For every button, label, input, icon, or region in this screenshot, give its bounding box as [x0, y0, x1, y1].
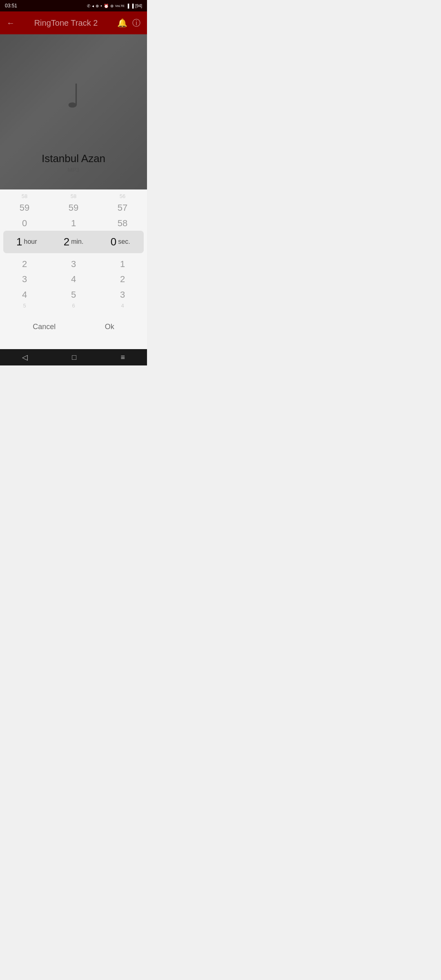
page-title: RingTone Track 2: [20, 18, 112, 28]
minute-below3[interactable]: 5: [49, 287, 98, 302]
second-below2[interactable]: 2: [98, 272, 147, 287]
minute-above0[interactable]: 1: [49, 216, 98, 231]
cancel-button[interactable]: Cancel: [24, 319, 64, 334]
signal2-icon: ▐: [131, 4, 134, 8]
location-icon: ◂: [92, 4, 94, 8]
ok-button[interactable]: Ok: [97, 319, 122, 334]
info-button[interactable]: ⓘ: [132, 18, 140, 29]
hour-col-below: 2 3 4 5: [0, 256, 49, 310]
alarm-icon: ⏰: [104, 4, 109, 8]
wechat-icon: ⊕: [96, 4, 99, 8]
album-art-area: ♩ Istanbul Azan MP3: [0, 34, 147, 189]
status-icons: ✆ ◂ ⊕ • ⏰ ⊛ VoLTE ▐ ▐ [94]: [87, 4, 142, 8]
song-title: Istanbul Azan: [42, 152, 105, 165]
music-note-icon: ♩: [66, 80, 81, 113]
second-below1[interactable]: 1: [98, 256, 147, 272]
second-above0[interactable]: 58: [98, 216, 147, 231]
minute-col-above: 58 59 1: [49, 193, 98, 231]
wifi-icon: ⊛: [110, 4, 114, 8]
minute-below2[interactable]: 4: [49, 272, 98, 287]
status-bar: 03:51 ✆ ◂ ⊕ • ⏰ ⊛ VoLTE ▐ ▐ [94]: [0, 0, 147, 11]
hour-col-above: 58 59 0: [0, 193, 49, 231]
hour-below2[interactable]: 3: [0, 272, 49, 287]
nav-bar: ◁ □ ≡: [0, 349, 147, 365]
second-above2[interactable]: 56: [98, 193, 147, 200]
bell-button[interactable]: 🔔: [117, 18, 127, 28]
hour-label: hour: [24, 238, 37, 245]
hour-below3[interactable]: 4: [0, 287, 49, 302]
app-bar: ← RingTone Track 2 🔔 ⓘ: [0, 11, 147, 34]
battery-icon: [94]: [135, 4, 142, 8]
status-time: 03:51: [5, 3, 17, 9]
hour-above1[interactable]: 59: [0, 200, 49, 215]
minute-selected-value: 2: [64, 236, 69, 248]
nav-home-icon[interactable]: □: [72, 353, 76, 362]
second-below3[interactable]: 3: [98, 287, 147, 302]
second-below4[interactable]: 4: [98, 302, 147, 310]
song-format: MP3: [68, 167, 80, 173]
hour-above2[interactable]: 58: [0, 193, 49, 200]
minute-label: min.: [71, 238, 83, 245]
second-label: sec.: [118, 238, 130, 245]
second-selected-value: 0: [111, 236, 116, 248]
dot-icon: •: [100, 4, 102, 8]
minute-below4[interactable]: 6: [49, 302, 98, 310]
picker-below-rows: 2 3 4 5 3 4 5 6 1 2 3 4: [0, 253, 147, 310]
hour-below1[interactable]: 2: [0, 256, 49, 272]
time-picker: 58 59 0 58 59 1 56 57 58 1 hour 2 min. 0…: [0, 189, 147, 349]
volte-icon: VoLTE: [115, 4, 125, 8]
second-selected-col: 0 sec.: [97, 236, 144, 248]
signal-icon: ▐: [126, 4, 129, 8]
picker-selected-row[interactable]: 1 hour 2 min. 0 sec.: [3, 231, 144, 253]
minute-below1[interactable]: 3: [49, 256, 98, 272]
picker-above-rows: 58 59 0 58 59 1 56 57 58: [0, 189, 147, 231]
hour-selected-value: 1: [16, 236, 22, 248]
nav-back-icon[interactable]: ◁: [22, 353, 28, 362]
picker-buttons: Cancel Ok: [0, 310, 147, 341]
hour-above0[interactable]: 0: [0, 216, 49, 231]
second-above1[interactable]: 57: [98, 200, 147, 215]
minute-above1[interactable]: 59: [49, 200, 98, 215]
minute-above2[interactable]: 58: [49, 193, 98, 200]
minute-col-below: 3 4 5 6: [49, 256, 98, 310]
second-col-above: 56 57 58: [98, 193, 147, 231]
whatsapp-icon: ✆: [87, 4, 90, 8]
second-col-below: 1 2 3 4: [98, 256, 147, 310]
minute-selected-col: 2 min.: [50, 236, 97, 248]
hour-selected-col: 1 hour: [3, 236, 50, 248]
back-button[interactable]: ←: [7, 18, 15, 28]
nav-menu-icon[interactable]: ≡: [120, 353, 125, 362]
hour-below4[interactable]: 5: [0, 302, 49, 310]
